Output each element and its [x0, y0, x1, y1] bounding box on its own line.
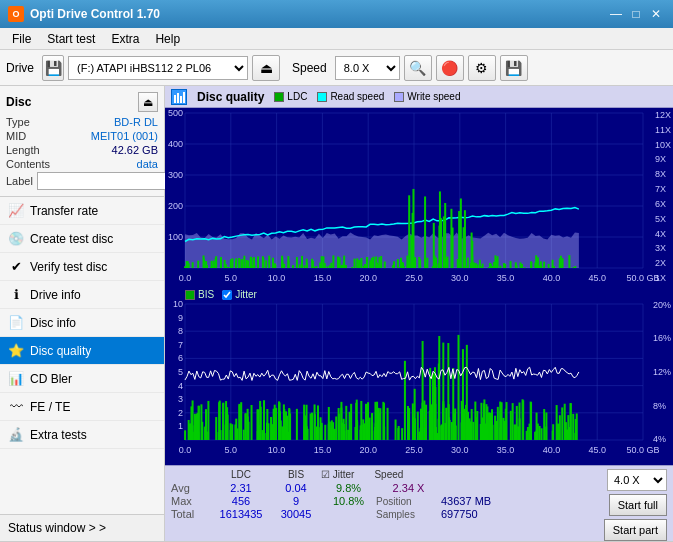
write-speed-color [394, 92, 404, 102]
create-test-disc-icon: 💿 [8, 231, 24, 247]
maximize-button[interactable]: □ [627, 5, 645, 23]
sh-bis: BIS [271, 469, 321, 480]
mid-label: MID [6, 130, 26, 142]
scan-button[interactable]: 🔍 [404, 55, 432, 81]
sidebar-item-extra-tests[interactable]: 🔬 Extra tests [0, 421, 164, 449]
disc-info-label: Disc info [30, 316, 76, 330]
speed-label: Speed [292, 61, 327, 75]
bis-legend: BIS [185, 289, 214, 300]
label-input[interactable] [37, 172, 170, 190]
fe-te-label: FE / TE [30, 400, 70, 414]
position-label: Position [376, 496, 441, 507]
speed-select[interactable]: 8.0 X [335, 56, 400, 80]
type-label: Type [6, 116, 30, 128]
stats-right: 4.0 X Start full Start part [604, 469, 667, 541]
y-label-5x: 5X [655, 214, 671, 224]
max-bis: 9 [271, 495, 321, 507]
right-panel: Disc quality LDC Read speed Write speed [165, 86, 673, 541]
menu-file[interactable]: File [4, 30, 39, 48]
eject-button[interactable]: ⏏ [252, 55, 280, 81]
extra-tests-label: Extra tests [30, 428, 87, 442]
legend-read-speed: Read speed [317, 91, 384, 102]
sh-empty [171, 469, 211, 480]
avg-label: Avg [171, 482, 211, 494]
chart-title: Disc quality [197, 90, 264, 104]
start-full-button[interactable]: Start full [609, 494, 667, 516]
sidebar: Disc ⏏ Type BD-R DL MID MEIT01 (001) Len… [0, 86, 165, 541]
drive-label: Drive [6, 61, 34, 75]
toolbar: Drive 💾 (F:) ATAPI iHBS112 2 PL06 ⏏ Spee… [0, 50, 673, 86]
svg-rect-1 [177, 93, 179, 103]
disc-eject-button[interactable]: ⏏ [138, 92, 158, 112]
sh-speed: Speed [374, 469, 403, 480]
jitter-legend-label: Jitter [235, 289, 257, 300]
close-button[interactable]: ✕ [647, 5, 665, 23]
disc-panel: Disc ⏏ Type BD-R DL MID MEIT01 (001) Len… [0, 86, 164, 197]
minimize-button[interactable]: — [607, 5, 625, 23]
length-value: 42.62 GB [112, 144, 158, 156]
drive-info-icon: ℹ [8, 287, 24, 303]
svg-rect-3 [183, 92, 185, 103]
verify-test-disc-icon: ✔ [8, 259, 24, 275]
legend-write-speed: Write speed [394, 91, 460, 102]
read-speed-color [317, 92, 327, 102]
drive-select[interactable]: (F:) ATAPI iHBS112 2 PL06 [68, 56, 248, 80]
y-label-9x: 9X [655, 154, 671, 164]
fe-te-icon: 〰 [8, 399, 24, 415]
sidebar-item-cd-bler[interactable]: 📊 CD Bler [0, 365, 164, 393]
nav-items: 📈 Transfer rate 💿 Create test disc ✔ Ver… [0, 197, 164, 514]
stats-bar: LDC BIS ☑ Jitter Speed Avg 2.31 0.04 9.8 [165, 465, 673, 541]
sh-ldc: LDC [211, 469, 271, 480]
lower-chart-canvas [165, 286, 673, 458]
start-part-button[interactable]: Start part [604, 519, 667, 541]
upper-chart-canvas [165, 108, 673, 286]
jitter-checkbox[interactable] [222, 290, 232, 300]
drive-icon-button[interactable]: 💾 [42, 55, 64, 81]
sidebar-item-verify-test-disc[interactable]: ✔ Verify test disc [0, 253, 164, 281]
ldc-legend-label: LDC [287, 91, 307, 102]
sidebar-item-create-test-disc[interactable]: 💿 Create test disc [0, 225, 164, 253]
jitter-legend: Jitter [222, 289, 257, 300]
menu-start-test[interactable]: Start test [39, 30, 103, 48]
stats-table: LDC BIS ☑ Jitter Speed Avg 2.31 0.04 9.8 [171, 469, 596, 520]
transfer-rate-label: Transfer rate [30, 204, 98, 218]
y-label-12x: 12X [655, 110, 671, 120]
info-button[interactable]: 🔴 [436, 55, 464, 81]
max-ldc: 456 [211, 495, 271, 507]
menubar: File Start test Extra Help [0, 28, 673, 50]
sidebar-item-disc-quality[interactable]: ⭐ Disc quality [0, 337, 164, 365]
y-pct-12: 12% [653, 367, 671, 377]
cd-bler-icon: 📊 [8, 371, 24, 387]
avg-jitter: 9.8% [321, 482, 376, 494]
titlebar: O Opti Drive Control 1.70 — □ ✕ [0, 0, 673, 28]
menu-extra[interactable]: Extra [103, 30, 147, 48]
sidebar-item-disc-info[interactable]: 📄 Disc info [0, 309, 164, 337]
y-pct-20: 20% [653, 300, 671, 310]
app-title: Opti Drive Control 1.70 [30, 7, 605, 21]
bis-legend-label: BIS [198, 289, 214, 300]
create-test-disc-label: Create test disc [30, 232, 113, 246]
save-button[interactable]: 💾 [500, 55, 528, 81]
avg-ldc: 2.31 [211, 482, 271, 494]
status-window-button[interactable]: Status window > > [0, 515, 164, 541]
main-content: Disc ⏏ Type BD-R DL MID MEIT01 (001) Len… [0, 86, 673, 541]
sidebar-item-drive-info[interactable]: ℹ Drive info [0, 281, 164, 309]
position-value: 43637 MB [441, 495, 506, 507]
sidebar-item-fe-te[interactable]: 〰 FE / TE [0, 393, 164, 421]
sidebar-item-transfer-rate[interactable]: 📈 Transfer rate [0, 197, 164, 225]
disc-panel-title: Disc [6, 95, 31, 109]
status-window-label: Status window > > [8, 521, 106, 535]
samples-label: Samples [376, 509, 441, 520]
ldc-color [274, 92, 284, 102]
avg-bis: 0.04 [271, 482, 321, 494]
stats-avg-row: Avg 2.31 0.04 9.8% 2.34 X [171, 482, 596, 494]
settings-button[interactable]: ⚙ [468, 55, 496, 81]
total-ldc: 1613435 [211, 508, 271, 520]
y-label-10x: 10X [655, 140, 671, 150]
disc-info-icon: 📄 [8, 315, 24, 331]
lower-chart: BIS Jitter 20% 16% 12% 8% 4% [165, 286, 673, 458]
legend-ldc: LDC [274, 91, 307, 102]
app-icon: O [8, 6, 24, 22]
stats-speed-select[interactable]: 4.0 X [607, 469, 667, 491]
menu-help[interactable]: Help [147, 30, 188, 48]
